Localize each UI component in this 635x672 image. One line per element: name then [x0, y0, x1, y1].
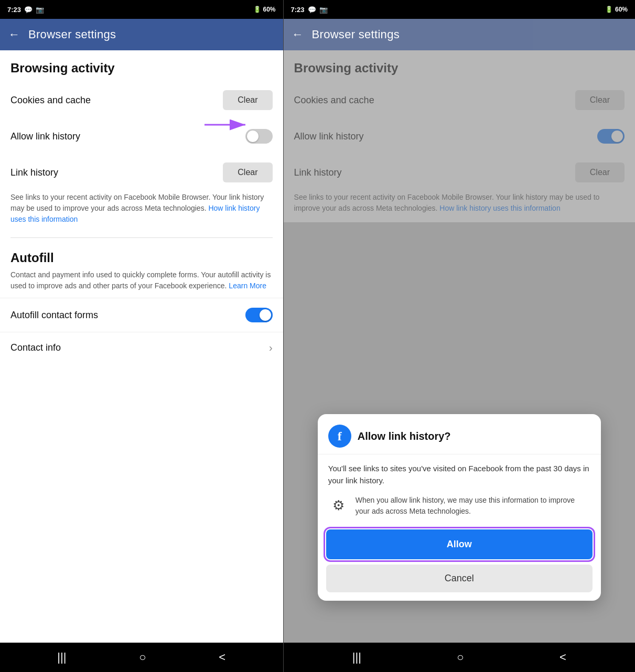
- left-browsing-activity-title: Browsing activity: [0, 50, 283, 81]
- left-autofill-title: Autofill: [10, 251, 273, 269]
- left-link-history-description: See links to your recent activity on Fac…: [0, 192, 283, 233]
- left-app-bar: ← Browser settings: [0, 19, 283, 50]
- fb-letter: f: [338, 429, 342, 443]
- left-contact-info-label: Contact info: [10, 342, 61, 353]
- right-photo-icon: 📷: [319, 6, 328, 14]
- dialog-description: You'll see links to sites you've visited…: [328, 463, 590, 486]
- right-status-bar: 7:23 💬 📷 🔋 60%: [284, 0, 635, 19]
- left-phone-panel: 7:23 💬 📷 🔋 60% ← Browser settings Browsi…: [0, 0, 283, 672]
- dialog-info-row: ⚙ When you allow link history, we may us…: [328, 495, 590, 517]
- left-link-history-toggle[interactable]: [245, 129, 273, 144]
- left-battery: 60%: [263, 6, 276, 13]
- left-cookies-row: Cookies and cache Clear: [0, 81, 283, 120]
- left-autofill-toggle[interactable]: [245, 308, 273, 322]
- left-nav-home-icon[interactable]: ○: [139, 651, 146, 664]
- left-toggle-knob: [247, 131, 259, 142]
- left-nav-back-icon[interactable]: <: [219, 651, 225, 664]
- dialog-title: Allow link history?: [358, 430, 451, 442]
- left-contact-info-row[interactable]: Contact info ›: [0, 332, 283, 363]
- left-autofill-section: Autofill Contact and payment info used t…: [0, 242, 283, 298]
- dialog-header: f Allow link history?: [318, 414, 601, 454]
- left-whatsapp-icon: 💬: [24, 6, 33, 14]
- right-bottom-nav: ||| ○ <: [284, 643, 635, 672]
- left-cookies-clear-button[interactable]: Clear: [223, 90, 272, 110]
- cancel-button[interactable]: Cancel: [326, 565, 593, 592]
- left-autofill-contacts-label: Autofill contact forms: [10, 310, 98, 321]
- left-status-left: 7:23 💬 📷: [7, 6, 44, 14]
- left-photo-icon: 📷: [36, 6, 44, 14]
- left-autofill-knob: [260, 309, 271, 321]
- right-app-bar: ← Browser settings: [284, 19, 635, 50]
- dialog-actions: Allow Cancel: [318, 525, 601, 601]
- right-nav-menu-icon[interactable]: |||: [352, 651, 361, 664]
- left-time: 7:23: [7, 6, 21, 14]
- right-nav-home-icon[interactable]: ○: [457, 651, 464, 664]
- left-link-history-clear-button[interactable]: Clear: [223, 162, 272, 182]
- left-autofill-contacts-row: Autofill contact forms: [0, 298, 283, 332]
- left-bottom-nav: ||| ○ <: [0, 643, 283, 672]
- left-status-bar: 7:23 💬 📷 🔋 60%: [0, 0, 283, 19]
- right-battery: 60%: [615, 6, 628, 13]
- right-time: 7:23: [291, 6, 305, 14]
- right-page-title: Browser settings: [312, 28, 400, 41]
- right-bg-content: Browsing activity Cookies and cache Clea…: [284, 50, 635, 643]
- right-nav-back-icon[interactable]: <: [559, 651, 566, 664]
- right-whatsapp-icon: 💬: [308, 6, 316, 14]
- right-status-left: 7:23 💬 📷: [291, 6, 328, 14]
- allow-link-history-dialog: f Allow link history? You'll see links t…: [318, 414, 601, 601]
- arrow-annotation: [199, 114, 252, 135]
- dialog-body: You'll see links to sites you've visited…: [318, 454, 601, 525]
- left-section-divider: [10, 237, 273, 238]
- left-sim-icon: 🔋: [253, 6, 261, 13]
- left-content: Browsing activity Cookies and cache Clea…: [0, 50, 283, 643]
- left-cookies-label: Cookies and cache: [10, 95, 91, 106]
- left-link-history-label: Allow link history: [10, 131, 80, 142]
- left-nav-menu-icon[interactable]: |||: [57, 651, 66, 664]
- left-back-button[interactable]: ←: [8, 28, 20, 41]
- right-sim-icon: 🔋: [605, 6, 613, 13]
- dialog-info-text: When you allow link history, we may use …: [356, 495, 590, 517]
- right-status-right: 🔋 60%: [605, 6, 628, 13]
- dialog-overlay: f Allow link history? You'll see links t…: [284, 50, 635, 643]
- left-contact-chevron-icon: ›: [269, 342, 273, 354]
- facebook-icon: f: [328, 425, 351, 448]
- right-phone-panel: 7:23 💬 📷 🔋 60% ← Browser settings Browsi…: [284, 0, 635, 672]
- left-autofill-description: Contact and payment info used to quickly…: [10, 269, 273, 298]
- allow-button[interactable]: Allow: [326, 529, 593, 559]
- gear-icon: ⚙: [328, 495, 349, 516]
- left-status-right: 🔋 60%: [253, 6, 276, 13]
- left-page-title: Browser settings: [28, 28, 116, 41]
- right-back-button: ←: [292, 28, 304, 41]
- left-allow-link-history-row: Allow link history: [0, 120, 283, 153]
- left-link-history-setting-label: Link history: [10, 167, 58, 178]
- left-link-history-row: Link history Clear: [0, 153, 283, 192]
- left-autofill-learn-more[interactable]: Learn More: [229, 281, 266, 290]
